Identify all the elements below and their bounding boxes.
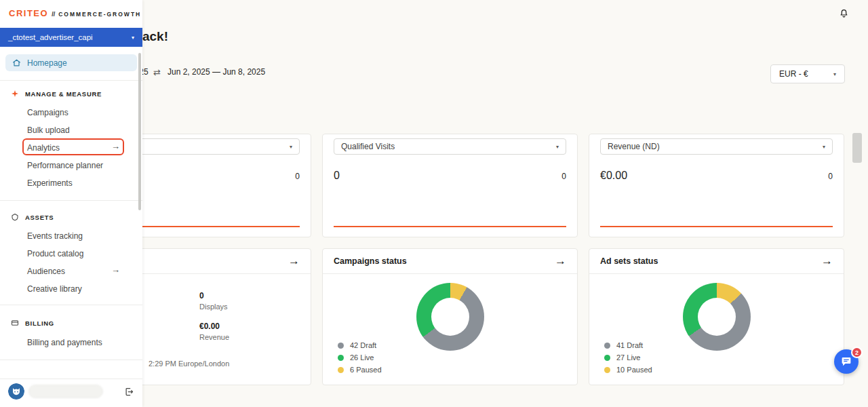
campaigns-status-legend: 42 Draft 26 Live 6 Paused bbox=[338, 341, 382, 374]
home-icon bbox=[12, 58, 21, 67]
user-avatar[interactable] bbox=[8, 383, 24, 400]
kpi-metric-selector[interactable]: Qualified Visits ▾ bbox=[334, 138, 566, 155]
chevron-down-icon: ▾ bbox=[132, 35, 134, 41]
adsets-status-donut-chart bbox=[683, 283, 751, 351]
sidebar-item-audiences[interactable]: Audiences bbox=[27, 267, 65, 276]
sidebar-item-billing-and-payments[interactable]: Billing and payments bbox=[27, 338, 102, 347]
chevron-down-icon: ▾ bbox=[833, 71, 836, 77]
arrow-right-icon[interactable]: → bbox=[288, 254, 300, 268]
product-name: COMMERCE-GROWTH bbox=[58, 11, 141, 18]
page-scrollbar-thumb[interactable] bbox=[852, 133, 862, 163]
arrow-right-icon[interactable]: → bbox=[555, 254, 566, 268]
campaigns-status-title: Campaigns status bbox=[334, 256, 407, 266]
brand-logo[interactable]: CRITEO // COMMERCE-GROWTH bbox=[9, 8, 141, 18]
sidebar-item-campaigns[interactable]: Campaigns bbox=[27, 108, 68, 117]
campaigns-status-donut-chart bbox=[416, 283, 484, 351]
live-dot-icon bbox=[604, 355, 610, 361]
adsets-status-legend: 41 Draft 27 Live 10 Paused bbox=[604, 341, 652, 374]
criteo-logo: CRITEO bbox=[9, 8, 48, 18]
submenu-arrow-icon: → bbox=[111, 265, 120, 275]
adsets-status-title: Ad sets status bbox=[600, 256, 658, 266]
currency-selector[interactable]: EUR - € ▾ bbox=[770, 64, 845, 83]
manage-measure-icon bbox=[11, 90, 19, 98]
legend-item: 42 Draft bbox=[338, 341, 382, 349]
advertiser-name: _ctotest_advertiser_capi bbox=[8, 33, 93, 41]
draft-dot-icon bbox=[604, 343, 610, 349]
divider bbox=[0, 305, 142, 305]
sign-out-icon[interactable] bbox=[124, 387, 134, 397]
notifications-bell-icon[interactable] bbox=[838, 7, 850, 22]
user-name-redacted bbox=[28, 385, 103, 398]
sidebar-item-performance-planner[interactable]: Performance planner bbox=[27, 161, 103, 170]
chat-unread-badge: 2 bbox=[851, 347, 863, 358]
paused-dot-icon bbox=[338, 367, 344, 373]
draft-dot-icon bbox=[338, 343, 344, 349]
divider bbox=[0, 379, 142, 379]
divider bbox=[0, 200, 142, 201]
sidebar-item-bulk-upload[interactable]: Bulk upload bbox=[27, 125, 70, 135]
section-manage-measure: MANAGE & MEASURE bbox=[11, 90, 102, 98]
sidebar-item-product-catalog[interactable]: Product catalog bbox=[27, 249, 83, 258]
paused-dot-icon bbox=[604, 367, 610, 373]
displays-value: 0 bbox=[199, 291, 204, 301]
submenu-arrow-icon: → bbox=[111, 141, 120, 151]
legend-item: 27 Live bbox=[604, 353, 652, 362]
kpi-value: €0.00 bbox=[600, 170, 627, 182]
revenue-value: €0.00 bbox=[199, 322, 220, 331]
currency-value: EUR - € bbox=[779, 69, 808, 79]
kpi-sparkline-flat bbox=[334, 226, 566, 227]
sidebar: CRITEO // COMMERCE-GROWTH _ctotest_adver… bbox=[0, 0, 142, 407]
kpi-value: 0 bbox=[334, 170, 340, 182]
campaigns-status-card: Campaigns status → 42 Draft 26 Live 6 Pa… bbox=[322, 248, 578, 385]
kpi-sparkline-flat bbox=[600, 226, 833, 227]
sidebar-item-creative-library[interactable]: Creative library bbox=[27, 284, 82, 294]
legend-item: 10 Paused bbox=[604, 366, 652, 374]
assets-icon bbox=[11, 213, 19, 221]
displays-label: Displays bbox=[199, 303, 228, 311]
sidebar-item-analytics[interactable]: Analytics bbox=[27, 143, 60, 153]
legend-item: 26 Live bbox=[338, 353, 382, 362]
sidebar-item-label: Homepage bbox=[27, 58, 67, 68]
kpi-metric-label: Qualified Visits bbox=[341, 142, 395, 151]
kpi-secondary-value: 0 bbox=[828, 172, 833, 181]
sidebar-item-experiments[interactable]: Experiments bbox=[27, 178, 73, 188]
revenue-label: Revenue bbox=[199, 333, 229, 341]
advertiser-selector[interactable]: _ctotest_advertiser_capi ▾ bbox=[0, 28, 142, 47]
section-billing: BILLING bbox=[11, 319, 54, 327]
kpi-metric-selector[interactable]: Revenue (ND) ▾ bbox=[600, 138, 833, 155]
legend-item: 41 Draft bbox=[604, 341, 652, 349]
campaigns-status-header: Campaigns status → bbox=[323, 249, 577, 274]
compare-swap-icon: ⇄ bbox=[153, 67, 161, 77]
kpi-metric-label: Revenue (ND) bbox=[608, 142, 660, 151]
last-update-timestamp: 2:29 PM Europe/London bbox=[149, 360, 229, 368]
chevron-down-icon: ▾ bbox=[556, 144, 559, 150]
adsets-status-card: Ad sets status → 41 Draft 27 Live 10 Pau… bbox=[589, 248, 844, 385]
chevron-down-icon: ▾ bbox=[823, 144, 825, 150]
sidebar-item-events-tracking[interactable]: Events tracking bbox=[27, 231, 83, 241]
kpi-secondary-value: 0 bbox=[295, 172, 300, 181]
kpi-secondary-value: 0 bbox=[561, 172, 566, 181]
adsets-status-header: Ad sets status → bbox=[589, 249, 844, 274]
billing-icon bbox=[11, 319, 19, 327]
section-assets: ASSETS bbox=[11, 213, 54, 221]
arrow-right-icon[interactable]: → bbox=[821, 254, 833, 268]
user-account-row bbox=[8, 383, 134, 400]
divider bbox=[0, 360, 142, 360]
kpi-card-3: Revenue (ND) ▾ €0.00 0 bbox=[589, 134, 844, 237]
sidebar-item-homepage[interactable]: Homepage bbox=[5, 54, 137, 71]
divider bbox=[0, 80, 142, 81]
live-dot-icon bbox=[338, 355, 344, 361]
date-range-current[interactable]: Jun 2, 2025 — Jun 8, 2025 bbox=[167, 67, 265, 77]
legend-item: 6 Paused bbox=[338, 366, 382, 374]
kpi-card-2: Qualified Visits ▾ 0 0 bbox=[322, 134, 578, 237]
sidebar-scrollbar-thumb[interactable] bbox=[138, 53, 141, 210]
chevron-down-icon: ▾ bbox=[290, 144, 292, 150]
